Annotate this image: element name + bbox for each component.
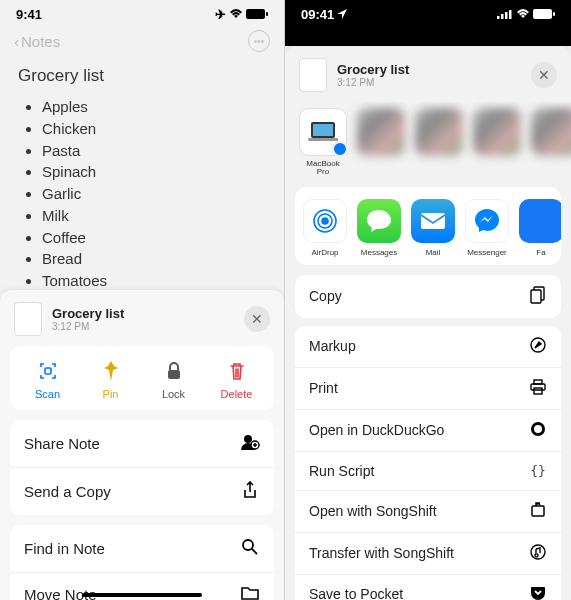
pin-label: Pin (103, 388, 119, 400)
copy-row[interactable]: Copy (295, 275, 561, 318)
back-button[interactable]: ‹ Notes (14, 33, 60, 50)
contact-blurred[interactable] (473, 108, 521, 177)
send-copy-row[interactable]: Send a Copy (10, 467, 274, 515)
svg-rect-20 (421, 213, 445, 229)
folder-icon (240, 586, 260, 600)
svg-rect-25 (531, 384, 545, 390)
close-button[interactable]: ✕ (244, 306, 270, 332)
notes-nav: ‹ Notes ••• (0, 24, 284, 58)
braces-icon: {} (529, 463, 547, 478)
open-songshift-row[interactable]: Open with SongShift (295, 490, 561, 532)
app-facebook-partial[interactable]: Fa (519, 199, 561, 257)
close-button[interactable]: ✕ (531, 62, 557, 88)
avatar-icon (473, 108, 521, 156)
open-duckduckgo-row[interactable]: Open in DuckDuckGo (295, 409, 561, 451)
app-label: AirDrop (311, 248, 338, 257)
status-spacer (285, 24, 571, 46)
share-note-row[interactable]: Share Note (10, 420, 274, 467)
scan-button[interactable]: Scan (19, 360, 77, 400)
share-icon (240, 481, 260, 502)
airdrop-contacts-row[interactable]: MacBook Pro (285, 102, 571, 187)
send-copy-label: Send a Copy (24, 483, 111, 500)
status-bar: 9:41 ✈︎ (0, 0, 284, 24)
svg-rect-9 (501, 14, 504, 19)
print-row[interactable]: Print (295, 367, 561, 409)
list-item: Garlic (42, 183, 266, 205)
app-label: Fa (536, 248, 545, 257)
save-pocket-row[interactable]: Save to Pocket (295, 574, 561, 600)
app-messenger[interactable]: Messenger (465, 199, 509, 257)
app-label: Messenger (467, 248, 507, 257)
battery-icon (246, 7, 268, 22)
note-list: Apples Chicken Pasta Spinach Garlic Milk… (18, 96, 266, 314)
app-mail[interactable]: Mail (411, 199, 455, 257)
status-icons: ✈︎ (215, 7, 268, 22)
airdrop-badge-icon (332, 141, 348, 157)
pocket-icon (529, 586, 547, 600)
list-item: Pasta (42, 140, 266, 162)
pin-icon (100, 360, 122, 382)
transfer-songshift-row[interactable]: Transfer with SongShift (295, 532, 561, 574)
svg-rect-8 (497, 16, 500, 19)
actions-block-2: Markup Print Open in DuckDuckGo Run Scri… (295, 326, 561, 600)
list-item: Coffee (42, 227, 266, 249)
scan-label: Scan (35, 388, 60, 400)
open-external-icon (529, 502, 547, 521)
app-messages[interactable]: Messages (357, 199, 401, 257)
wifi-icon (516, 7, 530, 22)
svg-point-6 (243, 540, 253, 550)
delete-label: Delete (221, 388, 253, 400)
app-label: Mail (426, 248, 441, 257)
list-item: Spinach (42, 161, 266, 183)
svg-point-4 (244, 435, 252, 443)
location-icon (337, 7, 347, 22)
quick-actions-card: Scan Pin Lock Delete (10, 346, 274, 410)
svg-rect-3 (168, 370, 180, 379)
share-sheet: Grocery list 3:12 PM ✕ MacBook Pro (285, 46, 571, 600)
phone-right: 09:41 Grocery list 3:12 PM (285, 0, 571, 600)
lock-button[interactable]: Lock (145, 360, 203, 400)
contact-blurred[interactable] (415, 108, 463, 177)
contact-blurred[interactable] (531, 108, 571, 177)
messages-icon (357, 199, 401, 243)
app-panel[interactable]: AirDrop Messages Mail Messenger Fa (295, 187, 561, 265)
markup-label: Markup (309, 338, 356, 354)
svg-rect-10 (505, 12, 508, 19)
pin-button[interactable]: Pin (82, 360, 140, 400)
sheet-title: Grocery list (337, 62, 521, 77)
airdrop-icon (303, 199, 347, 243)
list-item: Apples (42, 96, 266, 118)
run-script-row[interactable]: Run Script {} (295, 451, 561, 490)
airplane-icon: ✈︎ (215, 7, 226, 22)
status-time: 09:41 (301, 7, 334, 22)
songshift-icon (529, 544, 547, 563)
contact-blurred[interactable] (357, 108, 405, 177)
delete-button[interactable]: Delete (208, 360, 266, 400)
status-icons (497, 7, 555, 22)
sheet-subtitle: 3:12 PM (52, 321, 234, 332)
back-label: Notes (21, 33, 60, 50)
ddg-label: Open in DuckDuckGo (309, 422, 444, 438)
chevron-left-icon: ‹ (14, 33, 19, 50)
app-airdrop[interactable]: AirDrop (303, 199, 347, 257)
list-item: Tomatoes (42, 270, 266, 292)
markup-row[interactable]: Markup (295, 326, 561, 367)
note-thumbnail-icon (299, 58, 327, 92)
contact-macbook[interactable]: MacBook Pro (299, 108, 347, 177)
sheet-subtitle: 3:12 PM (337, 77, 521, 88)
svg-rect-15 (313, 124, 333, 136)
contact-label: MacBook Pro (306, 160, 339, 177)
mail-icon (411, 199, 455, 243)
find-in-note-row[interactable]: Find in Note (10, 525, 274, 572)
sheet-header: Grocery list 3:12 PM ✕ (0, 290, 284, 346)
home-indicator[interactable] (82, 593, 202, 597)
wifi-icon (229, 7, 243, 22)
note-title: Grocery list (18, 66, 266, 86)
battery-icon (533, 7, 555, 22)
copy-icon (529, 286, 547, 307)
actions-block-1: Copy (295, 275, 561, 318)
more-icon[interactable]: ••• (248, 30, 270, 52)
svg-point-17 (322, 218, 328, 224)
print-label: Print (309, 380, 338, 396)
share-note-label: Share Note (24, 435, 100, 452)
